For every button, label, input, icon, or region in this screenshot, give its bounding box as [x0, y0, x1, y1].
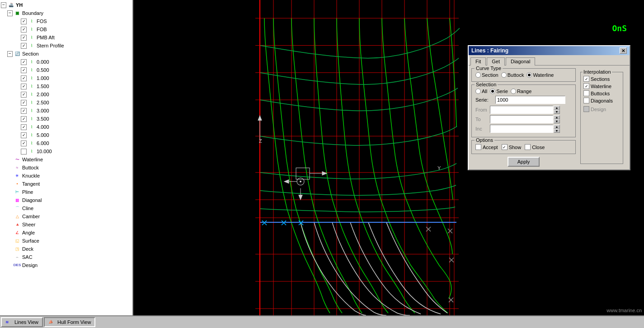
to-up-btn[interactable]: ▲: [554, 115, 560, 119]
radio-btn-serie[interactable]: [490, 89, 495, 94]
tab-get[interactable]: Get: [487, 57, 505, 66]
radio-buttock[interactable]: Buttock: [501, 72, 524, 78]
diagonals-interp-item[interactable]: Diagonals: [583, 98, 620, 103]
tree-s4[interactable]: ⌇ 4.000: [0, 123, 132, 131]
tree-check-s2[interactable]: [21, 92, 27, 98]
tree-check-s15[interactable]: [21, 84, 27, 89]
tree-s6[interactable]: ⌇ 6.000: [0, 139, 132, 147]
diagonals-interp-check[interactable]: [583, 98, 589, 103]
tree-buttock[interactable]: ≈ Buttock: [0, 164, 132, 172]
tree-check-s0[interactable]: [21, 59, 27, 65]
tree-s5[interactable]: ⌇ 5.000: [0, 131, 132, 139]
tab-diagonal[interactable]: Diagonal: [506, 57, 535, 66]
tree-label-buttock: Buttock: [22, 164, 39, 171]
tab-lines-view[interactable]: ≋ Lines View: [1, 317, 43, 327]
tree-s10[interactable]: ⌇ 10.000: [0, 147, 132, 155]
radio-section[interactable]: Section: [475, 72, 498, 78]
from-down-btn[interactable]: ▼: [554, 110, 560, 114]
tree-check-s5[interactable]: [21, 132, 27, 138]
from-input[interactable]: [490, 106, 553, 114]
tree-expand-section[interactable]: [7, 51, 13, 56]
inc-down-btn[interactable]: ▼: [554, 129, 560, 133]
tree-boundary[interactable]: ▣ Boundary: [0, 9, 132, 17]
tree-check-stern[interactable]: [21, 43, 27, 49]
accept-check[interactable]: [475, 144, 481, 150]
buttocks-interp-item[interactable]: Buttocks: [583, 90, 620, 96]
radio-btn-buttock[interactable]: [501, 72, 507, 78]
tree-check-s05[interactable]: [21, 67, 27, 73]
tree-fos[interactable]: ⌇ FOS: [0, 17, 132, 25]
tree-check-pmb[interactable]: [21, 35, 27, 41]
close-item[interactable]: Close: [525, 144, 545, 150]
waterline-interp-check[interactable]: [583, 83, 589, 89]
tree-waterline[interactable]: 〜 Waterline: [0, 155, 132, 164]
radio-btn-all[interactable]: [475, 89, 481, 94]
tree-diagonal[interactable]: ▦ Diagonal: [0, 196, 132, 204]
tree-check-s6[interactable]: [21, 141, 27, 146]
accept-item[interactable]: Accept: [475, 144, 498, 150]
main-viewport[interactable]: Z Y: [133, 0, 644, 315]
tree-camber[interactable]: △ Camber: [0, 212, 132, 220]
tree-check-fob[interactable]: [21, 27, 27, 33]
tree-pmb[interactable]: ⌇ PMB Aft: [0, 33, 132, 42]
dialog-close-button[interactable]: ✕: [620, 47, 627, 54]
radio-btn-section[interactable]: [475, 72, 481, 78]
tree-knuckle[interactable]: ✳ Knuckle: [0, 172, 132, 180]
radio-waterline[interactable]: Waterline: [526, 72, 554, 78]
tree-check-s35[interactable]: [21, 116, 27, 122]
tree-s0[interactable]: ⌇ 0.000: [0, 58, 132, 66]
apply-button[interactable]: Apply: [508, 157, 540, 167]
tree-sac[interactable]: ⌢ SAC: [0, 253, 132, 261]
from-up-btn[interactable]: ▲: [554, 106, 560, 110]
tree-pline[interactable]: ⊢ Pline: [0, 188, 132, 196]
tab-hull-form-view[interactable]: ⛵ Hull Form View: [44, 317, 95, 327]
to-down-btn[interactable]: ▼: [554, 119, 560, 123]
tree-s1[interactable]: ⌇ 1.000: [0, 74, 132, 82]
tree-surface[interactable]: ◱ Surface: [0, 237, 132, 245]
tree-sheer[interactable]: 🔺 Sheer: [0, 220, 132, 229]
serie-input[interactable]: [495, 96, 565, 104]
radio-btn-waterline[interactable]: [526, 72, 532, 78]
tree-s25[interactable]: ⌇ 2.500: [0, 98, 132, 107]
tree-fob[interactable]: ⌇ FOB: [0, 25, 132, 33]
tree-deck[interactable]: ◳ Deck: [0, 245, 132, 253]
show-check[interactable]: [502, 144, 508, 150]
radio-all[interactable]: All: [475, 89, 487, 94]
tree-design[interactable]: DES Design: [0, 261, 132, 269]
sections-check[interactable]: [583, 76, 589, 82]
tree-cline[interactable]: ⌒ Cline: [0, 204, 132, 212]
sections-item[interactable]: Sections: [583, 76, 620, 82]
close-check[interactable]: [525, 144, 531, 150]
tree-expand-yh[interactable]: [1, 2, 6, 8]
tree-check-s1[interactable]: [21, 75, 27, 81]
bottom-tab-bar: ≋ Lines View ⛵ Hull Form View: [0, 315, 644, 328]
buttocks-interp-check[interactable]: [583, 90, 589, 96]
tree-s05[interactable]: ⌇ 0.500: [0, 66, 132, 74]
radio-range[interactable]: Range: [511, 89, 531, 94]
tree-check-s10[interactable]: [21, 149, 27, 155]
radio-serie[interactable]: Serie: [490, 89, 508, 94]
radio-btn-range[interactable]: [511, 89, 516, 94]
tab-fit[interactable]: Fit: [470, 57, 486, 66]
to-input[interactable]: [490, 115, 553, 123]
tree-angle[interactable]: ∠ Angle: [0, 229, 132, 237]
tree-s2[interactable]: ⌇ 2.000: [0, 90, 132, 98]
tree-check-s25[interactable]: [21, 100, 27, 106]
tree-root[interactable]: 🚢 YH: [0, 1, 132, 9]
tree-check-fos[interactable]: [21, 19, 27, 24]
tree-tangent[interactable]: • Tangent: [0, 180, 132, 188]
tree-expand-s3: [14, 108, 20, 113]
tree-s35[interactable]: ⌇ 3.500: [0, 115, 132, 123]
tree-icon-pmb: ⌇: [28, 34, 35, 41]
tree-s15[interactable]: ⌇ 1.500: [0, 82, 132, 90]
tree-stern[interactable]: ⌇ Stern Profile: [0, 42, 132, 50]
tree-s3[interactable]: ⌇ 3.000: [0, 107, 132, 115]
tree-check-s4[interactable]: [21, 124, 27, 130]
show-item[interactable]: Show: [502, 144, 522, 150]
tree-expand-boundary[interactable]: [7, 10, 13, 16]
inc-up-btn[interactable]: ▲: [554, 125, 560, 129]
inc-input[interactable]: [490, 125, 553, 133]
tree-section-group[interactable]: 🔄 Section: [0, 50, 132, 58]
waterline-interp-item[interactable]: Waterline: [583, 83, 620, 89]
tree-check-s3[interactable]: [21, 108, 27, 114]
